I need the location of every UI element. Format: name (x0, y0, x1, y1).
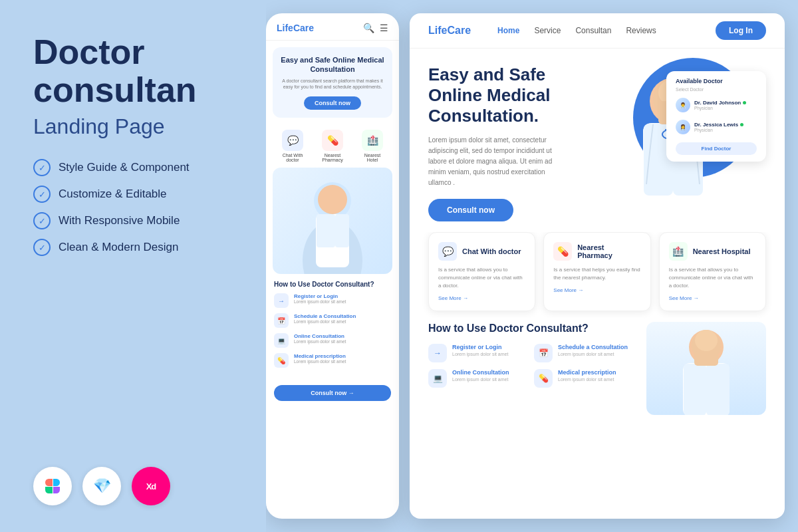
service-cards-section: 💬 Chat With doctor Is a service that all… (410, 232, 785, 322)
how-to-grid: → Register or Login Lorem ipsum dolor si… (428, 344, 633, 388)
service-card-chat: 💬 Chat With doctor Is a service that all… (428, 232, 535, 311)
how-to-item-title-1: Register or Login (452, 344, 508, 350)
doctor-row-2[interactable]: 👩‍⚕️ Dr. Jessica Lewis Physician (676, 118, 757, 136)
nav-link-home[interactable]: Home (497, 26, 519, 35)
check-icon-2: ✓ (33, 186, 51, 203)
mobile-service-hospital: 🏥 NearestHotel (362, 130, 383, 162)
how-to-item-title-2: Schedule a Consultation (558, 344, 628, 350)
mobile-step-title-4: Medical prescription (294, 353, 346, 359)
doctor-role-2: Physician (694, 128, 743, 132)
nav-link-consultan[interactable]: Consultan (575, 26, 611, 35)
doctor-role-1: Physician (694, 106, 746, 110)
service-hospital-see-more[interactable]: See More → (669, 295, 756, 301)
how-to-item-1: → Register or Login Lorem ipsum dolor si… (428, 344, 527, 362)
mobile-step-title-2: Schedule a Consultation (294, 313, 356, 319)
login-button[interactable]: Log In (716, 21, 766, 40)
svg-point-22 (695, 330, 718, 351)
mobile-step-title-1: Register or Login (294, 293, 346, 299)
mobile-step-1: → Register or Login Lorem ipsum dolor si… (274, 293, 391, 308)
service-card-pharmacy: 💊 Nearest Pharmacy Is a service that hel… (543, 232, 650, 311)
mobile-logo: LifeCare (277, 23, 314, 33)
mobile-consult-button-2[interactable]: Consult now → (274, 385, 391, 401)
mobile-header: LifeCare 🔍 ☰ (266, 13, 399, 41)
desktop-logo: LifeCare (428, 25, 471, 37)
how-to-item-desc-1: Lorem ipsum dolor sit amet (452, 352, 508, 356)
service-hospital-title: Nearest Hospital (693, 247, 751, 255)
nav-link-reviews[interactable]: Reviews (626, 26, 656, 35)
subtitle: Landing Page (33, 114, 239, 139)
mobile-menu-icon[interactable]: ☰ (380, 23, 388, 33)
how-to-title: How to Use Doctor Consultant? (428, 322, 633, 334)
how-to-left: How to Use Doctor Consultant? → Register… (428, 322, 633, 508)
select-doctor-label: Select Doctor (676, 87, 757, 92)
mobile-how-to-section: How to Use Doctor Consultant? → Register… (266, 274, 399, 380)
doctor-row-1[interactable]: 👨‍⚕️ Dr. David Johnson Physician (676, 96, 757, 114)
left-panel: Doctor consultan Landing Page ✓ Style Gu… (0, 0, 266, 532)
mobile-step-icon-2: 📅 (274, 313, 289, 328)
service-pharmacy-desc: Is a service that helps you easily find … (553, 266, 640, 282)
mobile-hero-desc: A doctor consultant search platform that… (281, 78, 384, 91)
feature-item-3: ✓ With Responsive Mobile (33, 212, 239, 229)
mobile-step-icon-3: 💻 (274, 333, 289, 348)
mobile-how-to-title: How to Use Doctor Consultant? (274, 281, 391, 288)
how-to-icon-3: 💻 (428, 369, 447, 388)
mobile-hero-section: Easy and Safe Online Medical Consultatio… (273, 47, 392, 118)
mobile-consult-button[interactable]: Consult now (304, 96, 361, 110)
service-chat-desc: Is a service that allows you to communic… (438, 266, 525, 290)
mobile-chat-label: Chat Withdoctor (283, 153, 303, 162)
mobile-search-icon[interactable]: 🔍 (363, 23, 374, 33)
how-to-icon-2: 📅 (534, 344, 553, 362)
desktop-consult-button[interactable]: Consult now (428, 199, 513, 221)
feature-item-2: ✓ Customize & Editable (33, 186, 239, 203)
available-doctor-title: Available Doctor (676, 78, 757, 84)
how-to-section: How to Use Doctor Consultant? → Register… (410, 322, 785, 519)
figma-icon (33, 467, 72, 505)
how-to-item-desc-4: Lorem ipsum dolor sit amet (558, 377, 616, 382)
feature-item-1: ✓ Style Guide & Component (33, 159, 239, 176)
check-icon-3: ✓ (33, 212, 51, 229)
mobile-pharmacy-icon: 💊 (322, 130, 343, 151)
main-title: Doctor consultan (33, 33, 239, 109)
mobile-step-icon-4: 💊 (274, 353, 289, 368)
desktop-hero-desc: Lorem ipsum dolor sit amet, consectetur … (428, 135, 567, 188)
mobile-service-chat: 💬 Chat Withdoctor (282, 130, 303, 162)
mobile-step-desc-4: Lorem ipsum dolor sit amet (294, 359, 346, 364)
how-to-item-2: 📅 Schedule a Consultation Lorem ipsum do… (534, 344, 633, 362)
mobile-hero-title: Easy and Safe Online Medical Consultatio… (281, 55, 384, 74)
service-pharmacy-see-more[interactable]: See More → (553, 287, 640, 293)
mobile-step-desc-3: Lorem ipsum dolor sit amet (294, 339, 346, 344)
service-hospital-icon: 🏥 (669, 242, 688, 261)
service-pharmacy-icon: 💊 (553, 242, 572, 261)
svg-point-2 (318, 185, 347, 214)
online-indicator-1 (743, 101, 746, 104)
service-chat-see-more[interactable]: See More → (438, 295, 525, 301)
desktop-hero-title: Easy and Safe Online Medical Consultatio… (428, 65, 567, 127)
mobile-step-icon-1: → (274, 293, 289, 308)
mobile-step-title-3: Online Consultation (294, 333, 346, 339)
how-to-item-title-4: Medical prescription (558, 369, 616, 376)
sketch-icon: 💎 (82, 467, 121, 505)
mobile-step-desc-2: Lorem ipsum dolor sit amet (294, 319, 356, 324)
service-chat-icon: 💬 (438, 242, 457, 261)
svg-rect-20 (706, 364, 730, 415)
service-chat-title: Chat With doctor (462, 247, 521, 255)
find-doctor-button[interactable]: Find Doctor (676, 142, 757, 155)
mobile-hospital-label: NearestHotel (364, 153, 381, 162)
mobile-doctor-image (273, 168, 392, 274)
right-content: LifeCare 🔍 ☰ Easy and Safe Online Medica… (266, 0, 798, 532)
desktop-navbar: LifeCare Home Service Consultan Reviews … (410, 13, 785, 49)
how-to-item-4: 💊 Medical prescription Lorem ipsum dolor… (534, 369, 633, 388)
how-to-item-desc-2: Lorem ipsum dolor sit amet (558, 352, 628, 356)
mobile-step-desc-1: Lorem ipsum dolor sit amet (294, 299, 346, 304)
mobile-step-3: 💻 Online Consultation Lorem ipsum dolor … (274, 333, 391, 348)
nav-link-service[interactable]: Service (534, 26, 561, 35)
how-to-item-3: 💻 Online Consultation Lorem ipsum dolor … (428, 369, 527, 388)
svg-rect-7 (335, 214, 349, 247)
svg-rect-6 (317, 214, 335, 247)
desktop-hero-right: Available Doctor Select Doctor 👨‍⚕️ Dr. … (580, 65, 766, 221)
xd-icon: Xd (132, 467, 170, 505)
online-indicator-2 (740, 123, 743, 126)
service-card-hospital: 🏥 Nearest Hospital Is a service that all… (659, 232, 766, 311)
desktop-nav-links: Home Service Consultan Reviews (497, 26, 702, 35)
svg-rect-19 (684, 364, 706, 415)
